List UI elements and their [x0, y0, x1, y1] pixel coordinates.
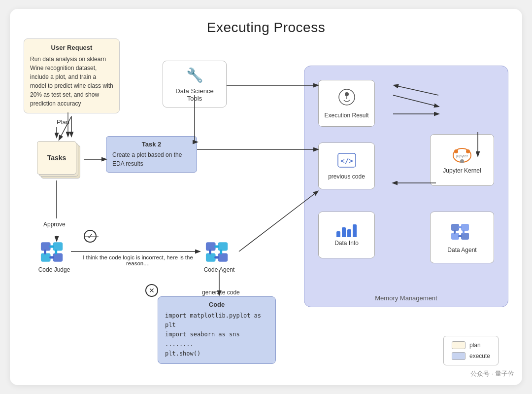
legend-box: plan execute [443, 336, 499, 365]
data-info-box: Data Info [318, 212, 375, 258]
code-judge-container: Code Judge [34, 240, 74, 273]
svg-point-1 [345, 92, 349, 96]
svg-text:jupyter: jupyter [456, 154, 468, 158]
user-request-text: Run data analysis on sklearn Wine recogn… [30, 55, 113, 108]
code-agent-container: Code Agent [200, 240, 239, 273]
approve-check-circle: ✓ [84, 230, 97, 243]
user-request-box: User Request Run data analysis on sklear… [24, 38, 120, 113]
task2-title: Task 2 [112, 141, 191, 148]
prev-code-label: previous code [328, 173, 365, 180]
svg-point-6 [454, 149, 458, 153]
data-agent-box: Data Agent [430, 212, 494, 263]
exec-result-box: Execution Result [318, 80, 375, 127]
task-card-front: Tasks [37, 141, 76, 175]
svg-rect-18 [41, 242, 51, 251]
svg-rect-31 [214, 256, 219, 259]
svg-rect-30 [214, 245, 219, 248]
tools-icon: 🔧 [186, 67, 203, 83]
page-title: Executing Process [10, 9, 522, 36]
svg-rect-13 [461, 233, 469, 240]
legend-plan-label: plan [469, 342, 481, 349]
prev-code-box: </> previous code [318, 143, 375, 189]
code-agent-icon [203, 240, 235, 264]
svg-rect-33 [220, 250, 222, 254]
code-box-title: Code [165, 301, 268, 308]
legend-execute: execute [452, 352, 490, 360]
svg-rect-20 [41, 253, 51, 261]
memory-management-label: Memory Management [375, 294, 437, 302]
legend-execute-swatch [452, 352, 466, 360]
svg-rect-11 [461, 224, 469, 231]
svg-rect-28 [206, 253, 216, 261]
svg-rect-24 [44, 250, 46, 254]
tasks-stack: Tasks [37, 141, 81, 180]
jupyter-kernel-label: Jupyter Kernel [443, 167, 481, 174]
legend-plan-swatch [452, 341, 466, 349]
exec-result-icon [338, 88, 356, 109]
x-circle: ✕ [145, 284, 158, 297]
svg-rect-32 [209, 250, 211, 254]
memory-box: Execution Result </> previous code [304, 66, 508, 307]
data-agent-label: Data Agent [447, 247, 476, 253]
ds-tools-box: 🔧 Data ScienceTools [163, 61, 227, 107]
svg-rect-17 [463, 230, 465, 234]
generate-code-label: generate code [202, 289, 240, 296]
data-agent-icon [449, 222, 475, 244]
legend-plan: plan [452, 341, 490, 349]
data-info-icon [336, 223, 357, 237]
code-judge-icon [38, 240, 70, 264]
approve-label: Approve [43, 221, 66, 228]
svg-rect-23 [49, 256, 54, 259]
prev-code-icon: </> [337, 152, 357, 171]
jupyter-logo: jupyter [451, 146, 473, 164]
speech-bubble-text: I think the code logic is incorrect, her… [81, 254, 195, 266]
svg-rect-21 [53, 253, 63, 261]
svg-rect-12 [451, 233, 459, 240]
code-box: Code import matplotlib.pyplot as plt imp… [158, 296, 276, 364]
code-box-content: import matplotlib.pyplot as plt import s… [165, 311, 268, 358]
svg-point-8 [460, 159, 464, 163]
svg-rect-27 [218, 242, 228, 251]
plan-label: Plan [57, 118, 69, 126]
jupyter-kernel-box: jupyter Jupyter Kernel [430, 134, 494, 186]
svg-rect-15 [458, 235, 462, 237]
main-card: Executing Process User Request Run data … [10, 9, 522, 385]
svg-rect-29 [218, 253, 228, 261]
task2-desc: Create a plot based on the EDA results [112, 150, 191, 168]
svg-rect-19 [53, 242, 63, 251]
code-judge-label: Code Judge [34, 266, 74, 273]
svg-rect-22 [49, 245, 54, 248]
task2-box: Task 2 Create a plot based on the EDA re… [106, 136, 197, 173]
svg-rect-25 [55, 250, 57, 254]
legend-execute-label: execute [469, 353, 490, 359]
svg-rect-26 [206, 242, 216, 251]
watermark: 公众号 · 量子位 [470, 369, 514, 378]
ds-tools-label: Data ScienceTools [175, 87, 213, 102]
svg-rect-10 [451, 224, 459, 231]
svg-point-7 [466, 149, 470, 153]
exec-result-label: Execution Result [324, 112, 368, 119]
code-agent-label: Code Agent [200, 266, 239, 273]
data-info-label: Data Info [334, 240, 359, 247]
svg-rect-16 [454, 230, 456, 234]
svg-text:</>: </> [340, 157, 353, 165]
user-request-title: User Request [30, 44, 113, 51]
svg-rect-14 [458, 226, 462, 228]
